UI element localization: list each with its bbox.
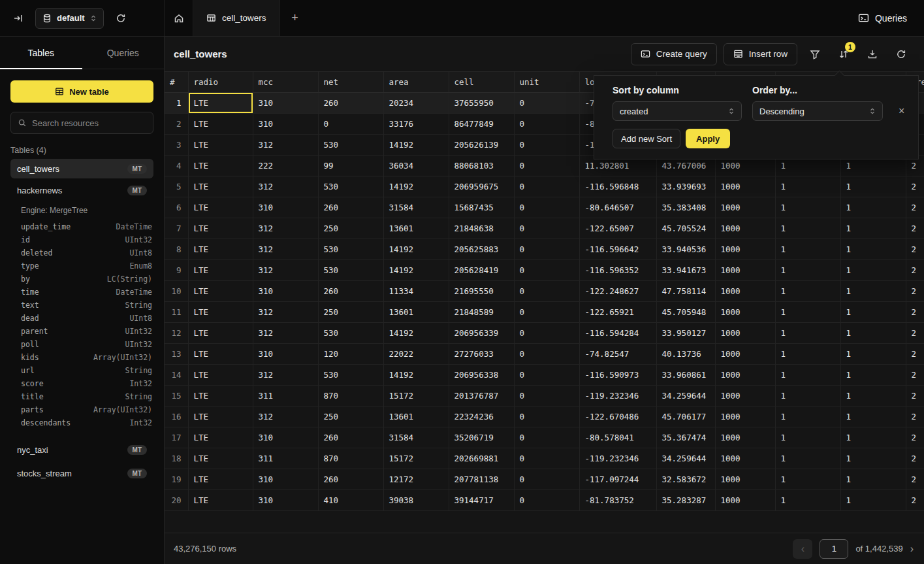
- table-cell[interactable]: 34.259644: [656, 386, 715, 406]
- refresh-table-button[interactable]: [890, 43, 912, 65]
- table-cell[interactable]: 260: [318, 427, 383, 448]
- row-number[interactable]: 17: [165, 427, 188, 448]
- table-cell[interactable]: 1: [775, 323, 840, 344]
- table-cell[interactable]: 13601: [383, 302, 449, 323]
- table-cell[interactable]: 1: [775, 260, 840, 281]
- table-cell[interactable]: 33.941673: [656, 260, 715, 281]
- table-cell[interactable]: 39038: [383, 490, 449, 511]
- table-cell[interactable]: 1: [840, 302, 906, 323]
- table-cell[interactable]: 0: [514, 93, 579, 114]
- table-cell[interactable]: LTE: [188, 406, 253, 427]
- table-cell[interactable]: 310: [253, 197, 318, 218]
- table-cell[interactable]: 1: [775, 239, 840, 260]
- table-cell[interactable]: 1000: [715, 386, 775, 406]
- table-cell[interactable]: 260: [318, 93, 383, 114]
- table-cell[interactable]: 21848589: [449, 302, 514, 323]
- table-cell[interactable]: -122.248627: [579, 281, 656, 302]
- table-cell[interactable]: 14192: [383, 365, 449, 386]
- table-cell[interactable]: 1: [840, 427, 906, 448]
- table-cell[interactable]: 260: [318, 197, 383, 218]
- table-cell[interactable]: 310: [253, 344, 318, 365]
- table-cell[interactable]: LTE: [188, 197, 253, 218]
- table-cell[interactable]: -119.232346: [579, 448, 656, 469]
- table-cell[interactable]: 1: [840, 176, 906, 197]
- table-cell[interactable]: 206956339: [449, 323, 514, 344]
- table-cell[interactable]: 1: [775, 365, 840, 386]
- table-cell[interactable]: LTE: [188, 448, 253, 469]
- table-cell[interactable]: LTE: [188, 427, 253, 448]
- table-cell[interactable]: 0: [514, 218, 579, 239]
- table-cell[interactable]: 1000: [715, 302, 775, 323]
- table-cell[interactable]: 206959675: [449, 176, 514, 197]
- table-cell[interactable]: 31584: [383, 427, 449, 448]
- table-cell[interactable]: 1: [775, 469, 840, 490]
- tab-cell-towers[interactable]: cell_towers: [193, 0, 280, 36]
- row-number[interactable]: 15: [165, 386, 188, 406]
- table-cell[interactable]: 35.383408: [656, 197, 715, 218]
- table-cell[interactable]: LTE: [188, 135, 253, 156]
- table-cell[interactable]: 530: [318, 260, 383, 281]
- table-cell[interactable]: 35.367474: [656, 427, 715, 448]
- table-cell[interactable]: 1: [775, 406, 840, 427]
- table-cell[interactable]: 34.259644: [656, 448, 715, 469]
- table-cell[interactable]: 0: [514, 406, 579, 427]
- create-query-button[interactable]: Create query: [631, 43, 717, 65]
- table-cell[interactable]: 2: [906, 302, 924, 323]
- table-cell[interactable]: 1: [840, 239, 906, 260]
- table-cell[interactable]: 99: [318, 156, 383, 176]
- table-cell[interactable]: 202669881: [449, 448, 514, 469]
- table-cell[interactable]: 311: [253, 448, 318, 469]
- table-cell[interactable]: LTE: [188, 386, 253, 406]
- table-cell[interactable]: 310: [253, 427, 318, 448]
- table-cell[interactable]: 2: [906, 323, 924, 344]
- new-table-button[interactable]: New table: [10, 80, 153, 103]
- table-cell[interactable]: 1: [775, 176, 840, 197]
- filter-button[interactable]: [804, 43, 826, 65]
- table-cell[interactable]: 310: [253, 490, 318, 511]
- sidebar-item-cell-towers[interactable]: cell_towers MT: [10, 159, 153, 178]
- table-cell[interactable]: LTE: [188, 93, 253, 114]
- table-cell[interactable]: 20234: [383, 93, 449, 114]
- table-cell[interactable]: 33.940536: [656, 239, 715, 260]
- table-cell[interactable]: 1: [775, 302, 840, 323]
- table-cell[interactable]: 205625883: [449, 239, 514, 260]
- table-cell[interactable]: 530: [318, 135, 383, 156]
- table-cell[interactable]: 1: [840, 490, 906, 511]
- table-cell[interactable]: 45.706177: [656, 406, 715, 427]
- table-cell[interactable]: 250: [318, 406, 383, 427]
- column-header-num[interactable]: #: [165, 72, 188, 93]
- table-cell[interactable]: 14192: [383, 323, 449, 344]
- table-cell[interactable]: 36034: [383, 156, 449, 176]
- row-number[interactable]: 3: [165, 135, 188, 156]
- table-cell[interactable]: 1: [840, 344, 906, 365]
- row-number[interactable]: 14: [165, 365, 188, 386]
- table-cell[interactable]: 27276033: [449, 344, 514, 365]
- table-cell[interactable]: -116.596352: [579, 260, 656, 281]
- table-cell[interactable]: 0: [514, 281, 579, 302]
- sidebar-item-nyc-taxi[interactable]: nyc_taxi MT: [10, 440, 153, 459]
- table-cell[interactable]: 1000: [715, 218, 775, 239]
- table-cell[interactable]: 0: [514, 176, 579, 197]
- table-cell[interactable]: 1000: [715, 281, 775, 302]
- table-cell[interactable]: LTE: [188, 239, 253, 260]
- previous-page-button[interactable]: ‹: [793, 539, 812, 559]
- table-cell[interactable]: 1: [775, 448, 840, 469]
- table-cell[interactable]: 2: [906, 176, 924, 197]
- table-cell[interactable]: 312: [253, 302, 318, 323]
- table-cell[interactable]: 2: [906, 386, 924, 406]
- row-number[interactable]: 2: [165, 114, 188, 135]
- table-cell[interactable]: -117.097244: [579, 469, 656, 490]
- table-cell[interactable]: 222: [253, 156, 318, 176]
- column-header-cell[interactable]: cell: [449, 72, 514, 93]
- sidebar-tab-tables[interactable]: Tables: [0, 37, 82, 69]
- table-cell[interactable]: 0: [514, 365, 579, 386]
- table-cell[interactable]: 21848638: [449, 218, 514, 239]
- table-cell[interactable]: 13601: [383, 406, 449, 427]
- table-cell[interactable]: LTE: [188, 218, 253, 239]
- table-cell[interactable]: 1: [775, 490, 840, 511]
- table-cell[interactable]: 1000: [715, 260, 775, 281]
- table-cell[interactable]: 530: [318, 365, 383, 386]
- table-cell[interactable]: -122.670486: [579, 406, 656, 427]
- table-cell[interactable]: 2: [906, 239, 924, 260]
- table-cell[interactable]: 2: [906, 344, 924, 365]
